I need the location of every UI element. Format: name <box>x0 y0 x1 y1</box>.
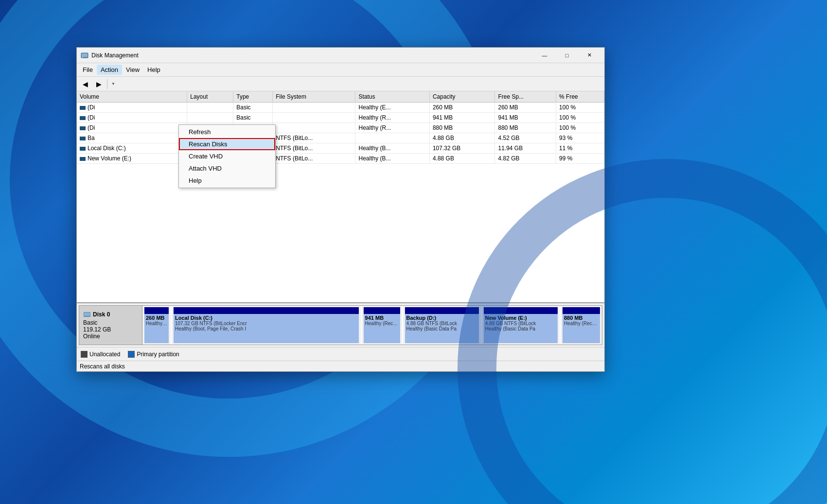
menu-view[interactable]: View <box>122 65 143 75</box>
disk-partitions: 260 MB Healthy (EFI S Local Disk (C:) 10… <box>142 305 602 345</box>
partition-e: New Volume (E:) 4.88 GB NTFS (BitLock He… <box>482 306 561 345</box>
partition-name-d: Backup (D:) <box>406 315 477 321</box>
table-row: (DiBasicHealthy (R...941 MB941 MB100 % <box>77 113 604 123</box>
menu-file[interactable]: File <box>79 65 97 75</box>
disk-table-area: Volume Layout Type File System Status Ca… <box>77 91 604 302</box>
volume-icon <box>80 147 86 151</box>
disk-icon-label: Disk 0 <box>83 311 138 318</box>
partition-detail-e1: 4.88 GB NTFS (BitLock <box>485 321 556 326</box>
partition-top-bar-2 <box>174 307 359 314</box>
toolbar-dropdown-arrow[interactable]: ▼ <box>109 78 117 90</box>
partition-body-5: New Volume (E:) 4.88 GB NTFS (BitLock He… <box>484 314 558 343</box>
back-button[interactable]: ◀ <box>79 78 91 90</box>
svg-rect-1 <box>82 53 88 57</box>
col-pctfree[interactable]: % Free <box>556 91 604 103</box>
maximize-button[interactable]: □ <box>556 48 578 63</box>
col-free[interactable]: Free Sp... <box>495 91 556 103</box>
partition-recovery1: 941 MB Healthy (Recover <box>362 306 403 345</box>
partition-detail-3: Healthy (Recover <box>365 321 399 326</box>
partition-name-e: New Volume (E:) <box>485 315 556 321</box>
partition-detail-e2: Healthy (Basic Data Pa <box>485 326 556 331</box>
toolbar: ◀ ▶ ▼ <box>77 77 604 91</box>
table-row: BaBasicNTFS (BitLo...4.88 GB4.52 GB93 % <box>77 133 604 143</box>
table-row: Local Disk (C:)SimpleBasicNTFS (BitLo...… <box>77 143 604 154</box>
partition-detail-1: Healthy (EFI S <box>146 321 167 326</box>
title-bar: Disk Management — □ ✕ <box>77 48 604 63</box>
partition-detail-c1: 107.32 GB NTFS (BitLocker Encr <box>175 321 357 326</box>
menu-item-help[interactable]: Help <box>179 174 275 187</box>
forward-button[interactable]: ▶ <box>92 78 105 90</box>
col-capacity[interactable]: Capacity <box>429 91 495 103</box>
legend-color-primary <box>128 351 135 358</box>
app-icon <box>81 52 88 59</box>
partition-body-3: 941 MB Healthy (Recover <box>364 314 400 343</box>
partition-detail-d1: 4.88 GB NTFS (BitLock <box>406 321 477 326</box>
partition-size-1: 260 MB <box>146 315 167 321</box>
partition-c: Local Disk (C:) 107.32 GB NTFS (BitLocke… <box>172 306 362 345</box>
partition-d: Backup (D:) 4.88 GB NTFS (BitLock Health… <box>403 306 482 345</box>
partition-top-bar-6 <box>563 307 600 314</box>
col-status[interactable]: Status <box>355 91 429 103</box>
legend-label-unallocated: Unallocated <box>89 351 120 358</box>
partition-detail-6: Healthy (Recover <box>564 321 598 326</box>
svg-point-2 <box>82 56 83 57</box>
partition-body-4: Backup (D:) 4.88 GB NTFS (BitLock Health… <box>405 314 479 343</box>
disk-table: Volume Layout Type File System Status Ca… <box>77 91 604 164</box>
disk-type: Basic <box>83 319 138 326</box>
partition-size-6: 880 MB <box>564 315 598 321</box>
partition-body-2: Local Disk (C:) 107.32 GB NTFS (BitLocke… <box>174 314 359 343</box>
partition-efi: 260 MB Healthy (EFI S <box>142 306 172 345</box>
window-title: Disk Management <box>91 52 533 59</box>
toolbar-separator <box>107 79 107 89</box>
partition-body: 260 MB Healthy (EFI S <box>144 314 169 343</box>
partition-top-bar-3 <box>364 307 400 314</box>
menu-action[interactable]: Action <box>97 65 122 75</box>
disk-view: Disk 0 Basic 119.12 GB Online 260 MB Hea… <box>77 303 604 347</box>
col-volume[interactable]: Volume <box>77 91 187 103</box>
partition-detail-c2: Healthy (Boot, Page File, Crash I <box>175 326 357 331</box>
action-dropdown-menu: Refresh Rescan Disks Create VHD Attach V… <box>178 124 276 188</box>
status-text: Rescans all disks <box>80 363 125 370</box>
menu-help[interactable]: Help <box>143 65 164 75</box>
col-filesystem[interactable]: File System <box>273 91 355 103</box>
volume-icon <box>80 137 86 140</box>
menu-item-refresh[interactable]: Refresh <box>179 126 275 138</box>
table-row: New Volume (E:)SimpleBasicNTFS (BitLo...… <box>77 154 604 164</box>
partition-top-bar-5 <box>484 307 558 314</box>
table-row: (DiBasicHealthy (E...260 MB260 MB100 % <box>77 103 604 113</box>
partition-size-3: 941 MB <box>365 315 399 321</box>
disk-name: Disk 0 <box>93 311 110 318</box>
menu-item-attach-vhd[interactable]: Attach VHD <box>179 162 275 174</box>
main-content: Volume Layout Type File System Status Ca… <box>77 91 604 371</box>
partition-body-6: 880 MB Healthy (Recover <box>563 314 600 343</box>
legend-color-unallocated <box>81 351 88 358</box>
volume-icon <box>80 157 86 161</box>
partition-top-bar-4 <box>405 307 479 314</box>
legend-label-primary: Primary partition <box>137 351 179 358</box>
menu-bar: File Action View Help <box>77 63 604 77</box>
disk-management-window: Disk Management — □ ✕ File Action View H… <box>76 47 605 372</box>
table-row: (DiBasicHealthy (R...880 MB880 MB100 % <box>77 123 604 133</box>
partition-name-c: Local Disk (C:) <box>175 315 357 321</box>
partition-detail-d2: Healthy (Basic Data Pa <box>406 326 477 331</box>
col-layout[interactable]: Layout <box>187 91 233 103</box>
col-type[interactable]: Type <box>233 91 273 103</box>
volume-icon <box>80 126 86 130</box>
volume-icon <box>80 106 86 110</box>
status-bar: Rescans all disks <box>77 361 604 371</box>
close-button[interactable]: ✕ <box>578 48 600 63</box>
partition-recovery2: 880 MB Healthy (Recover <box>561 306 602 345</box>
legend-unallocated: Unallocated <box>81 351 120 358</box>
disk-label: Disk 0 Basic 119.12 GB Online <box>79 305 142 345</box>
legend: Unallocated Primary partition <box>77 347 604 361</box>
disk-panel: Disk 0 Basic 119.12 GB Online 260 MB Hea… <box>77 302 604 361</box>
volume-icon <box>80 116 86 120</box>
disk-size: 119.12 GB <box>83 326 138 333</box>
legend-primary: Primary partition <box>128 351 179 358</box>
disk-status: Online <box>83 333 138 340</box>
menu-item-rescan-disks[interactable]: Rescan Disks <box>179 138 275 150</box>
menu-item-create-vhd[interactable]: Create VHD <box>179 150 275 162</box>
minimize-button[interactable]: — <box>533 48 556 63</box>
window-controls: — □ ✕ <box>533 48 600 63</box>
svg-rect-4 <box>84 313 90 316</box>
